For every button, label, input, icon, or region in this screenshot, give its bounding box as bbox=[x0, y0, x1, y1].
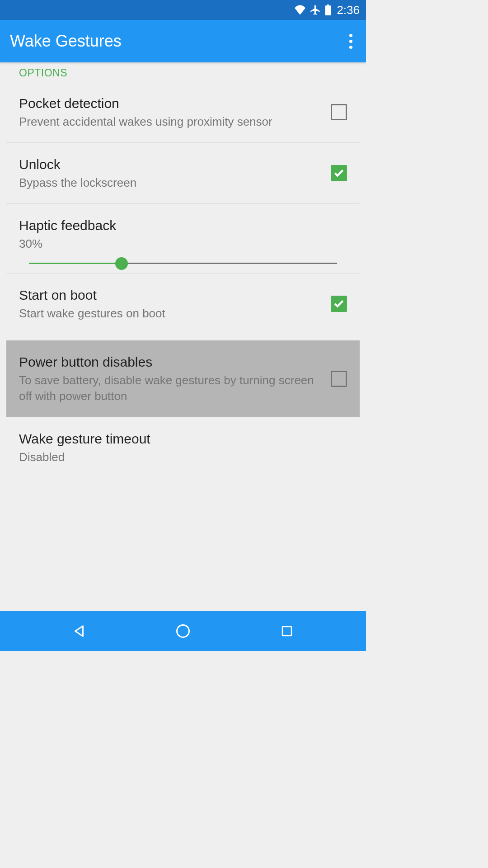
unlock-checkbox[interactable] bbox=[331, 165, 347, 181]
section-header-options: OPTIONS bbox=[6, 62, 360, 82]
status-time: 2:36 bbox=[337, 3, 360, 17]
setting-haptic-feedback[interactable]: Haptic feedback 30% bbox=[6, 204, 360, 274]
setting-unlock[interactable]: Unlock Bypass the lockscreen bbox=[6, 143, 360, 204]
start-on-boot-checkbox[interactable] bbox=[331, 296, 347, 312]
svg-rect-0 bbox=[325, 5, 331, 15]
setting-power-button-disables[interactable]: Power button disables To save battery, d… bbox=[6, 340, 360, 417]
setting-subtitle: To save battery, disable wake gestures b… bbox=[19, 373, 322, 404]
wifi-icon bbox=[294, 5, 306, 15]
back-button[interactable] bbox=[68, 620, 90, 642]
setting-title: Power button disables bbox=[19, 353, 322, 371]
setting-subtitle: Disabled bbox=[19, 449, 347, 465]
svg-rect-1 bbox=[327, 5, 329, 6]
setting-title: Start on boot bbox=[19, 286, 322, 304]
setting-title: Wake gesture timeout bbox=[19, 430, 347, 448]
setting-value: 30% bbox=[19, 236, 347, 252]
battery-icon bbox=[325, 5, 331, 15]
app-title: Wake Gestures bbox=[10, 32, 122, 51]
setting-wake-gesture-timeout[interactable]: Wake gesture timeout Disabled bbox=[6, 417, 360, 478]
recents-button[interactable] bbox=[276, 620, 298, 642]
settings-content: OPTIONS Pocket detection Prevent acciden… bbox=[0, 62, 366, 611]
setting-subtitle: Prevent accidental wakes using proximity… bbox=[19, 114, 322, 130]
pocket-detection-checkbox[interactable] bbox=[331, 104, 347, 120]
svg-point-2 bbox=[177, 625, 189, 637]
svg-rect-3 bbox=[282, 627, 291, 636]
power-button-disables-checkbox[interactable] bbox=[331, 371, 347, 387]
setting-title: Pocket detection bbox=[19, 94, 322, 112]
status-bar: 2:36 bbox=[0, 0, 366, 20]
setting-pocket-detection[interactable]: Pocket detection Prevent accidental wake… bbox=[6, 82, 360, 143]
slider-thumb[interactable] bbox=[115, 257, 128, 270]
setting-title: Haptic feedback bbox=[19, 217, 347, 234]
app-bar: Wake Gestures bbox=[0, 20, 366, 62]
home-button[interactable] bbox=[172, 620, 194, 642]
overflow-menu-button[interactable] bbox=[346, 30, 356, 52]
setting-start-on-boot[interactable]: Start on boot Start wake gestures on boo… bbox=[6, 274, 360, 334]
haptic-slider[interactable] bbox=[19, 263, 347, 264]
navigation-bar bbox=[0, 611, 366, 651]
airplane-icon bbox=[310, 4, 321, 16]
setting-subtitle: Bypass the lockscreen bbox=[19, 175, 322, 191]
setting-title: Unlock bbox=[19, 156, 322, 173]
setting-subtitle: Start wake gestures on boot bbox=[19, 306, 322, 321]
